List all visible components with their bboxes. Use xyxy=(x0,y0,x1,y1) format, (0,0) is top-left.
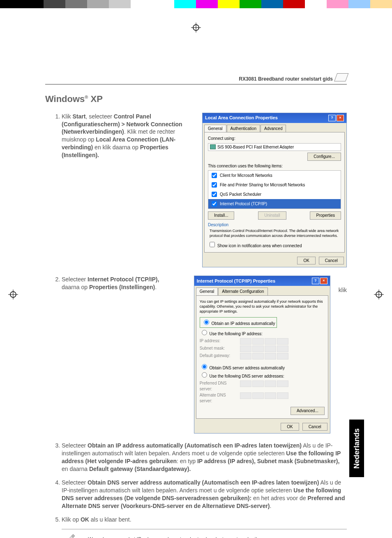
dialog-lan-properties: Local Area Connection Properties ? × Gen… xyxy=(202,113,347,268)
section-title: Windows® XP xyxy=(45,93,347,105)
radio-use-dns[interactable] xyxy=(202,372,207,378)
ok-button[interactable]: OK xyxy=(281,423,299,431)
checkbox[interactable] xyxy=(212,192,217,197)
connect-using-label: Connect using: xyxy=(208,136,341,141)
note-text: • We raden aan om het IP-adres van de ro… xyxy=(82,533,265,538)
pencil-note-icon xyxy=(62,533,76,538)
tab-advanced[interactable]: Advanced xyxy=(261,125,286,132)
language-tab: Nederlands xyxy=(349,420,364,477)
cancel-button[interactable]: Cancel xyxy=(302,423,327,431)
step-4: Selecteer Obtain DNS server address auto… xyxy=(62,479,347,510)
dialog-tabs: General Authentication Advanced xyxy=(203,123,346,132)
tab-general[interactable]: General xyxy=(204,125,226,132)
note-box: • We raden aan om het IP-adres van de ro… xyxy=(62,529,347,538)
dialog-titlebar: Local Area Connection Properties ? × xyxy=(203,113,346,123)
step-1: Klik Start, selecteer Control Panel (Con… xyxy=(62,113,194,159)
items-list[interactable]: Client for Microsoft Networks File and P… xyxy=(208,170,341,209)
checkbox[interactable] xyxy=(212,201,217,206)
description-label: Description xyxy=(208,222,341,228)
intro-text: You can get IP settings assigned automat… xyxy=(200,299,325,314)
radio-obtain-dns[interactable] xyxy=(202,364,207,369)
network-adapter-icon xyxy=(210,144,216,149)
configure-button[interactable]: Configure... xyxy=(307,153,341,161)
page-header: RX3081 Breedband router snelstart gids xyxy=(45,74,347,85)
checkbox[interactable] xyxy=(212,182,217,188)
step-5: Klik op OK als u klaar bent. xyxy=(62,516,347,524)
cancel-button[interactable]: Cancel xyxy=(319,257,344,265)
uninstall-button[interactable]: Uninstall xyxy=(258,211,286,220)
step-2: Selecteer Internet Protocol (TCP/IP), da… xyxy=(62,276,186,291)
radio-obtain-ip[interactable] xyxy=(204,320,209,325)
dialog-title: Internet Protocol (TCP/IP) Properties xyxy=(197,278,275,284)
help-icon[interactable]: ? xyxy=(328,115,336,121)
ok-button[interactable]: OK xyxy=(297,257,315,265)
show-icon-checkbox[interactable] xyxy=(210,242,215,247)
advanced-button[interactable]: Advanced... xyxy=(291,407,325,415)
router-icon xyxy=(334,73,348,81)
properties-button[interactable]: Properties xyxy=(310,211,341,220)
description-text: Transmission Control Protocol/Internet P… xyxy=(210,228,339,238)
adapter-field: SiS 900-Based PCI Fast Ethernet Adapter xyxy=(208,143,341,151)
dialog-titlebar: Internet Protocol (TCP/IP) Properties ? … xyxy=(194,276,330,286)
checkbox[interactable] xyxy=(212,173,217,178)
dialog-tcpip-properties: Internet Protocol (TCP/IP) Properties ? … xyxy=(194,276,330,434)
dialog-title: Local Area Connection Properties xyxy=(205,115,278,121)
close-icon[interactable]: × xyxy=(337,115,344,121)
tab-general[interactable]: General xyxy=(196,288,218,295)
header-title: RX3081 Breedband router snelstart gids xyxy=(239,76,333,82)
step2-trail: klik xyxy=(339,286,347,294)
tab-authentication[interactable]: Authentication xyxy=(227,125,260,132)
color-registration-bar xyxy=(0,0,392,8)
close-icon[interactable]: × xyxy=(320,278,327,284)
tab-alternate[interactable]: Alternate Configuration xyxy=(218,288,267,295)
radio-use-ip[interactable] xyxy=(202,330,207,335)
uses-label: This connection uses the following items… xyxy=(208,163,341,169)
help-icon[interactable]: ? xyxy=(312,278,319,284)
install-button[interactable]: Install... xyxy=(208,211,234,220)
step-3: Selecteer Obtain an IP address automatic… xyxy=(62,442,347,473)
